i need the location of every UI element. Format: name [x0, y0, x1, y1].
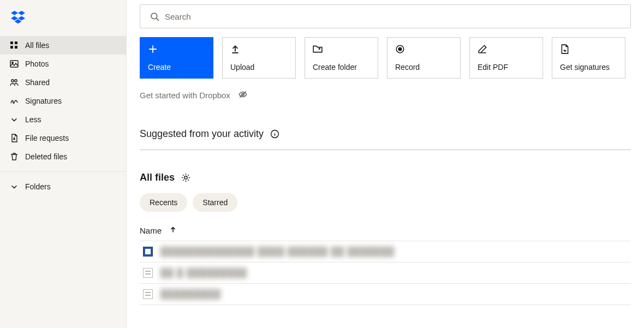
filter-chips: Recents Starred — [140, 193, 631, 212]
svg-point-7 — [15, 80, 17, 82]
photo-icon — [10, 59, 19, 68]
create-folder-button[interactable]: Create folder — [305, 37, 378, 79]
search-input[interactable]: Search — [140, 4, 631, 28]
upload-icon — [230, 44, 240, 54]
file-name: ██████████████ ████ ██████ ██ ███████ — [160, 247, 395, 257]
svg-rect-0 — [10, 41, 13, 44]
file-name: █████████ — [160, 289, 221, 299]
doc-file-icon — [143, 289, 153, 299]
chip-starred[interactable]: Starred — [193, 193, 237, 212]
svg-rect-1 — [15, 41, 17, 44]
all-files-title-row: All files — [140, 172, 631, 183]
file-row[interactable]: ██ █ █████████ — [140, 262, 631, 283]
main-content: Search Create Upload Create folder Recor… — [127, 0, 644, 328]
record-button[interactable]: Record — [387, 37, 461, 79]
sidebar-item-label: Signatures — [25, 97, 62, 105]
action-label: Edit PDF — [478, 63, 535, 71]
svg-rect-4 — [10, 61, 18, 67]
sidebar-item-photos[interactable]: Photos — [0, 55, 126, 73]
action-label: Upload — [230, 63, 288, 71]
chip-recents[interactable]: Recents — [140, 193, 187, 212]
sidebar-item-label: Photos — [25, 59, 49, 68]
get-signatures-button[interactable]: Get signatures — [552, 37, 625, 79]
trash-icon — [10, 152, 19, 161]
action-label: Record — [395, 63, 452, 71]
all-files-title: All files — [140, 172, 175, 183]
doc-file-icon — [143, 268, 153, 278]
column-header-name[interactable]: Name — [140, 226, 631, 235]
sidebar-item-label: Shared — [25, 78, 50, 87]
sidebar-item-signatures[interactable]: Signatures — [0, 92, 126, 110]
file-request-icon — [10, 134, 19, 142]
pencil-icon — [478, 44, 487, 54]
get-started-text: Get started with Dropbox — [140, 91, 230, 100]
suggested-section: Suggested from your activity — [140, 128, 631, 150]
sidebar-item-label: All files — [25, 41, 49, 50]
sidebar: All files Photos Shared Signatures Less … — [0, 0, 127, 328]
search-placeholder: Search — [165, 12, 191, 21]
edit-pdf-button[interactable]: Edit PDF — [469, 37, 543, 79]
folder-plus-icon — [313, 44, 323, 54]
file-name: ██ █ █████████ — [160, 268, 247, 278]
sidebar-item-deleted-files[interactable]: Deleted files — [0, 147, 126, 166]
sidebar-item-label: Less — [25, 115, 41, 124]
sidebar-item-label: Deleted files — [25, 152, 67, 161]
sidebar-item-label: Folders — [25, 182, 51, 191]
all-files-section: All files Recents Starred Name █████████… — [140, 172, 631, 305]
action-label: Get signatures — [560, 63, 617, 71]
svg-rect-3 — [15, 46, 17, 49]
grid-icon — [10, 41, 19, 50]
action-label: Create folder — [313, 63, 370, 71]
dropbox-logo[interactable] — [0, 0, 126, 36]
sort-asc-icon — [169, 226, 177, 235]
plus-icon — [148, 44, 158, 54]
info-icon[interactable] — [270, 129, 279, 139]
file-list: ██████████████ ████ ██████ ██ ███████ ██… — [140, 241, 631, 305]
gear-icon[interactable] — [181, 173, 190, 182]
svg-point-10 — [398, 47, 402, 51]
upload-button[interactable]: Upload — [222, 37, 296, 79]
chevron-down-icon — [10, 115, 19, 124]
svg-rect-2 — [10, 46, 13, 49]
sidebar-item-label: File requests — [25, 134, 69, 142]
svg-point-5 — [12, 62, 14, 64]
svg-point-6 — [11, 80, 14, 82]
word-file-icon — [143, 247, 153, 257]
column-name-label: Name — [140, 226, 162, 235]
file-row[interactable]: █████████ — [140, 283, 631, 305]
sidebar-nav: All files Photos Shared Signatures Less … — [0, 36, 126, 166]
svg-point-13 — [184, 176, 187, 179]
sidebar-item-less[interactable]: Less — [0, 110, 126, 129]
action-label: Create — [148, 63, 205, 71]
sidebar-item-folders[interactable]: Folders — [0, 177, 126, 196]
action-bar: Create Upload Create folder Record Edit … — [140, 37, 631, 79]
file-row[interactable]: ██████████████ ████ ██████ ██ ███████ — [140, 241, 631, 262]
suggested-title-row: Suggested from your activity — [140, 128, 631, 150]
hide-icon[interactable] — [238, 90, 248, 101]
svg-point-8 — [151, 13, 157, 19]
chevron-down-icon — [10, 182, 19, 191]
get-started-row: Get started with Dropbox — [140, 90, 631, 101]
create-button[interactable]: Create — [140, 37, 213, 79]
suggested-title: Suggested from your activity — [140, 128, 264, 140]
shared-icon — [10, 78, 19, 87]
search-icon — [150, 12, 159, 21]
sidebar-divider — [0, 171, 126, 172]
file-signature-icon — [560, 44, 570, 54]
sidebar-item-all-files[interactable]: All files — [0, 36, 126, 55]
signature-icon — [10, 97, 19, 105]
sidebar-item-file-requests[interactable]: File requests — [0, 129, 126, 147]
sidebar-item-shared[interactable]: Shared — [0, 73, 126, 92]
record-icon — [395, 44, 405, 54]
